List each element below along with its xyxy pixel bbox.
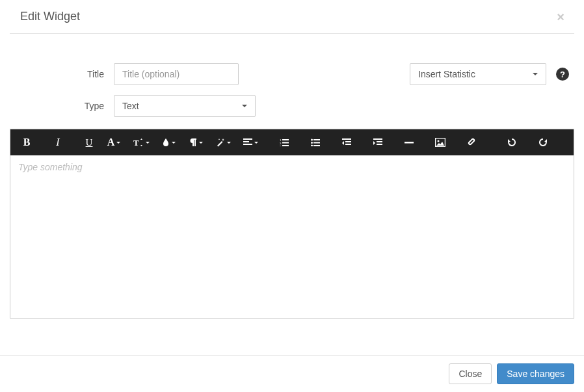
list-ol-icon: 123 xyxy=(280,138,289,146)
unordered-list-button[interactable] xyxy=(306,133,325,152)
svg-rect-1 xyxy=(243,138,252,140)
close-icon[interactable]: × xyxy=(557,10,564,23)
chevron-down-icon xyxy=(254,142,258,144)
align-left-icon xyxy=(243,138,252,146)
svg-point-11 xyxy=(311,142,313,144)
type-dropdown[interactable]: Text xyxy=(114,95,256,117)
svg-rect-22 xyxy=(377,144,382,145)
insert-statistic-label: Insert Statistic xyxy=(418,69,475,79)
title-row: Title Insert Statistic ? xyxy=(10,63,574,85)
svg-rect-13 xyxy=(313,139,320,140)
svg-rect-21 xyxy=(377,141,382,142)
redo-icon xyxy=(538,138,548,147)
chevron-down-icon xyxy=(227,142,231,144)
font-family-button[interactable]: A xyxy=(101,133,126,152)
pilcrow-icon xyxy=(189,138,197,147)
svg-rect-23 xyxy=(405,142,414,144)
font-size-button[interactable]: T xyxy=(129,133,153,152)
svg-rect-2 xyxy=(243,141,249,142)
underline-button[interactable]: U xyxy=(79,133,99,152)
align-button[interactable] xyxy=(238,133,263,152)
magic-wand-icon xyxy=(216,138,225,147)
title-label: Title xyxy=(10,69,114,79)
insert-link-button[interactable] xyxy=(462,133,481,152)
svg-point-25 xyxy=(438,140,440,142)
link-icon xyxy=(466,138,477,147)
caret-down-icon xyxy=(242,105,247,107)
svg-rect-3 xyxy=(243,144,252,145)
horizontal-rule-button[interactable] xyxy=(399,133,419,152)
undo-button[interactable] xyxy=(502,133,522,152)
modal-footer: Close Save changes xyxy=(0,355,584,392)
paragraph-format-button[interactable] xyxy=(183,133,208,152)
svg-rect-14 xyxy=(313,142,320,144)
svg-rect-15 xyxy=(313,145,320,146)
chevron-down-icon xyxy=(116,142,120,144)
chevron-down-icon xyxy=(146,142,150,144)
chevron-down-icon xyxy=(172,142,176,144)
help-icon[interactable]: ? xyxy=(556,68,569,81)
magic-format-button[interactable] xyxy=(211,133,235,152)
svg-rect-18 xyxy=(345,144,351,145)
svg-text:3: 3 xyxy=(280,145,282,146)
undo-icon xyxy=(507,138,516,147)
svg-rect-16 xyxy=(342,138,351,140)
minus-icon xyxy=(405,138,414,146)
close-button[interactable]: Close xyxy=(449,363,492,384)
modal-body: Title Insert Statistic ? Type Text B I xyxy=(0,34,584,328)
caret-down-icon xyxy=(533,73,538,75)
title-input[interactable] xyxy=(114,63,239,85)
svg-rect-8 xyxy=(282,142,289,144)
editor-textarea[interactable]: Type something xyxy=(10,155,574,318)
svg-text:T: T xyxy=(133,138,139,147)
svg-point-10 xyxy=(311,139,313,141)
type-value: Text xyxy=(122,101,139,111)
italic-button[interactable]: I xyxy=(48,133,68,152)
save-changes-button[interactable]: Save changes xyxy=(497,363,574,384)
ordered-list-button[interactable]: 123 xyxy=(274,133,294,152)
redo-button[interactable] xyxy=(533,133,553,152)
editor-toolbar: B I U A T xyxy=(10,129,574,155)
modal-title: Edit Widget xyxy=(20,10,80,23)
indent-icon xyxy=(373,138,382,146)
list-ul-icon xyxy=(311,138,320,146)
rich-text-editor: B I U A T xyxy=(10,129,574,319)
svg-rect-20 xyxy=(373,138,382,140)
chevron-down-icon xyxy=(199,142,203,144)
image-icon xyxy=(435,138,445,147)
svg-point-12 xyxy=(311,145,313,147)
indent-button[interactable] xyxy=(368,133,388,152)
type-row: Type Text xyxy=(10,95,574,117)
type-label: Type xyxy=(10,101,114,111)
insert-image-button[interactable] xyxy=(431,133,450,152)
svg-rect-9 xyxy=(282,145,289,146)
outdent-button[interactable] xyxy=(337,133,356,152)
modal-header: Edit Widget × xyxy=(10,0,574,34)
text-color-button[interactable] xyxy=(156,133,181,152)
outdent-icon xyxy=(342,138,351,146)
insert-statistic-dropdown[interactable]: Insert Statistic xyxy=(410,63,546,85)
bold-button[interactable]: B xyxy=(17,133,36,152)
svg-rect-17 xyxy=(345,141,351,142)
tint-icon xyxy=(162,138,170,147)
svg-rect-7 xyxy=(282,139,289,140)
